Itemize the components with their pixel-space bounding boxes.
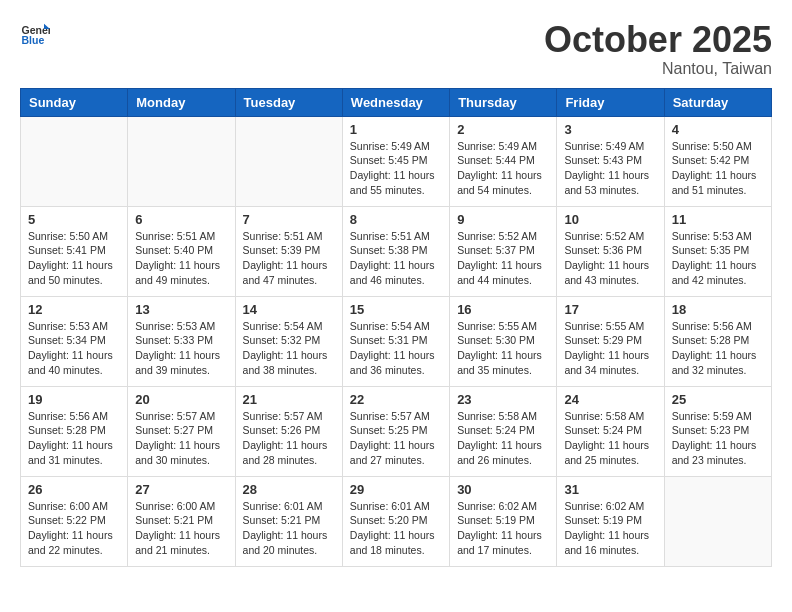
day-info: Sunrise: 5:57 AMSunset: 5:25 PMDaylight:… [350, 409, 442, 468]
day-number: 8 [350, 212, 442, 227]
page-header: General Blue October 2025 Nantou, Taiwan [20, 20, 772, 78]
day-number: 28 [243, 482, 335, 497]
calendar-cell: 1Sunrise: 5:49 AMSunset: 5:45 PMDaylight… [342, 116, 449, 206]
logo: General Blue [20, 20, 50, 50]
title-section: October 2025 Nantou, Taiwan [544, 20, 772, 78]
calendar-week-row: 1Sunrise: 5:49 AMSunset: 5:45 PMDaylight… [21, 116, 772, 206]
day-number: 13 [135, 302, 227, 317]
day-info: Sunrise: 5:54 AMSunset: 5:32 PMDaylight:… [243, 319, 335, 378]
calendar-cell: 10Sunrise: 5:52 AMSunset: 5:36 PMDayligh… [557, 206, 664, 296]
calendar-cell: 25Sunrise: 5:59 AMSunset: 5:23 PMDayligh… [664, 386, 771, 476]
calendar-cell: 27Sunrise: 6:00 AMSunset: 5:21 PMDayligh… [128, 476, 235, 566]
day-number: 14 [243, 302, 335, 317]
calendar-cell: 3Sunrise: 5:49 AMSunset: 5:43 PMDaylight… [557, 116, 664, 206]
day-number: 30 [457, 482, 549, 497]
month-title: October 2025 [544, 20, 772, 60]
day-number: 26 [28, 482, 120, 497]
day-info: Sunrise: 5:49 AMSunset: 5:45 PMDaylight:… [350, 139, 442, 198]
day-number: 2 [457, 122, 549, 137]
day-number: 19 [28, 392, 120, 407]
day-info: Sunrise: 5:55 AMSunset: 5:29 PMDaylight:… [564, 319, 656, 378]
day-info: Sunrise: 5:52 AMSunset: 5:37 PMDaylight:… [457, 229, 549, 288]
calendar-cell: 15Sunrise: 5:54 AMSunset: 5:31 PMDayligh… [342, 296, 449, 386]
svg-text:Blue: Blue [22, 34, 45, 46]
day-number: 1 [350, 122, 442, 137]
calendar-cell: 18Sunrise: 5:56 AMSunset: 5:28 PMDayligh… [664, 296, 771, 386]
day-info: Sunrise: 5:57 AMSunset: 5:26 PMDaylight:… [243, 409, 335, 468]
calendar-cell [664, 476, 771, 566]
day-info: Sunrise: 5:50 AMSunset: 5:42 PMDaylight:… [672, 139, 764, 198]
calendar-cell: 24Sunrise: 5:58 AMSunset: 5:24 PMDayligh… [557, 386, 664, 476]
calendar-cell: 8Sunrise: 5:51 AMSunset: 5:38 PMDaylight… [342, 206, 449, 296]
day-info: Sunrise: 6:00 AMSunset: 5:22 PMDaylight:… [28, 499, 120, 558]
day-number: 21 [243, 392, 335, 407]
calendar-cell: 4Sunrise: 5:50 AMSunset: 5:42 PMDaylight… [664, 116, 771, 206]
day-info: Sunrise: 5:52 AMSunset: 5:36 PMDaylight:… [564, 229, 656, 288]
day-number: 4 [672, 122, 764, 137]
day-info: Sunrise: 5:55 AMSunset: 5:30 PMDaylight:… [457, 319, 549, 378]
day-info: Sunrise: 5:49 AMSunset: 5:44 PMDaylight:… [457, 139, 549, 198]
day-number: 18 [672, 302, 764, 317]
calendar-week-row: 12Sunrise: 5:53 AMSunset: 5:34 PMDayligh… [21, 296, 772, 386]
calendar-cell: 14Sunrise: 5:54 AMSunset: 5:32 PMDayligh… [235, 296, 342, 386]
day-info: Sunrise: 5:56 AMSunset: 5:28 PMDaylight:… [672, 319, 764, 378]
day-number: 16 [457, 302, 549, 317]
day-info: Sunrise: 5:53 AMSunset: 5:34 PMDaylight:… [28, 319, 120, 378]
day-info: Sunrise: 5:58 AMSunset: 5:24 PMDaylight:… [564, 409, 656, 468]
day-number: 3 [564, 122, 656, 137]
day-number: 9 [457, 212, 549, 227]
day-info: Sunrise: 6:02 AMSunset: 5:19 PMDaylight:… [457, 499, 549, 558]
calendar-cell: 26Sunrise: 6:00 AMSunset: 5:22 PMDayligh… [21, 476, 128, 566]
day-info: Sunrise: 5:49 AMSunset: 5:43 PMDaylight:… [564, 139, 656, 198]
weekday-header: Saturday [664, 88, 771, 116]
calendar-cell: 5Sunrise: 5:50 AMSunset: 5:41 PMDaylight… [21, 206, 128, 296]
calendar-cell: 13Sunrise: 5:53 AMSunset: 5:33 PMDayligh… [128, 296, 235, 386]
day-info: Sunrise: 6:01 AMSunset: 5:21 PMDaylight:… [243, 499, 335, 558]
day-number: 25 [672, 392, 764, 407]
calendar-cell: 11Sunrise: 5:53 AMSunset: 5:35 PMDayligh… [664, 206, 771, 296]
day-number: 29 [350, 482, 442, 497]
day-number: 5 [28, 212, 120, 227]
logo-icon: General Blue [20, 20, 50, 50]
weekday-header: Thursday [450, 88, 557, 116]
day-number: 12 [28, 302, 120, 317]
calendar-cell: 30Sunrise: 6:02 AMSunset: 5:19 PMDayligh… [450, 476, 557, 566]
day-info: Sunrise: 5:57 AMSunset: 5:27 PMDaylight:… [135, 409, 227, 468]
calendar-table: SundayMondayTuesdayWednesdayThursdayFrid… [20, 88, 772, 567]
day-number: 24 [564, 392, 656, 407]
day-number: 15 [350, 302, 442, 317]
day-number: 10 [564, 212, 656, 227]
day-number: 22 [350, 392, 442, 407]
day-number: 6 [135, 212, 227, 227]
location: Nantou, Taiwan [544, 60, 772, 78]
calendar-cell: 20Sunrise: 5:57 AMSunset: 5:27 PMDayligh… [128, 386, 235, 476]
weekday-header: Monday [128, 88, 235, 116]
weekday-header: Tuesday [235, 88, 342, 116]
calendar-cell: 22Sunrise: 5:57 AMSunset: 5:25 PMDayligh… [342, 386, 449, 476]
weekday-header: Wednesday [342, 88, 449, 116]
weekday-header: Sunday [21, 88, 128, 116]
day-number: 20 [135, 392, 227, 407]
calendar-cell [235, 116, 342, 206]
calendar-cell: 23Sunrise: 5:58 AMSunset: 5:24 PMDayligh… [450, 386, 557, 476]
calendar-week-row: 5Sunrise: 5:50 AMSunset: 5:41 PMDaylight… [21, 206, 772, 296]
day-info: Sunrise: 5:53 AMSunset: 5:35 PMDaylight:… [672, 229, 764, 288]
day-info: Sunrise: 5:59 AMSunset: 5:23 PMDaylight:… [672, 409, 764, 468]
day-info: Sunrise: 5:53 AMSunset: 5:33 PMDaylight:… [135, 319, 227, 378]
calendar-cell: 6Sunrise: 5:51 AMSunset: 5:40 PMDaylight… [128, 206, 235, 296]
weekday-header: Friday [557, 88, 664, 116]
calendar-cell: 29Sunrise: 6:01 AMSunset: 5:20 PMDayligh… [342, 476, 449, 566]
day-number: 17 [564, 302, 656, 317]
day-number: 11 [672, 212, 764, 227]
day-info: Sunrise: 5:54 AMSunset: 5:31 PMDaylight:… [350, 319, 442, 378]
calendar-cell: 7Sunrise: 5:51 AMSunset: 5:39 PMDaylight… [235, 206, 342, 296]
calendar-cell: 2Sunrise: 5:49 AMSunset: 5:44 PMDaylight… [450, 116, 557, 206]
calendar-cell: 9Sunrise: 5:52 AMSunset: 5:37 PMDaylight… [450, 206, 557, 296]
calendar-cell: 12Sunrise: 5:53 AMSunset: 5:34 PMDayligh… [21, 296, 128, 386]
day-number: 27 [135, 482, 227, 497]
day-number: 23 [457, 392, 549, 407]
calendar-cell [21, 116, 128, 206]
day-number: 7 [243, 212, 335, 227]
weekday-header-row: SundayMondayTuesdayWednesdayThursdayFrid… [21, 88, 772, 116]
calendar-cell [128, 116, 235, 206]
